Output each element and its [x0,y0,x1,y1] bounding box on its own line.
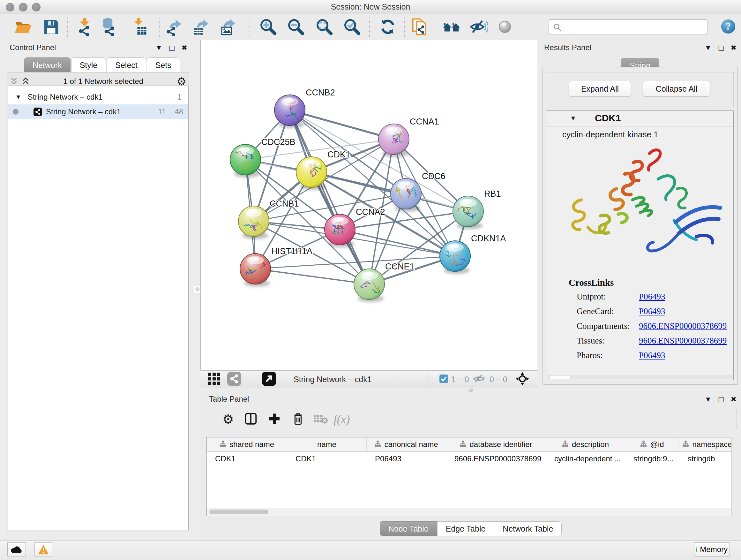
network-edge[interactable] [255,269,369,284]
left-splitter-handle[interactable] [194,285,201,293]
network-node-CCNB1[interactable]: CCNB1 [239,199,299,239]
expand-all-button[interactable]: Expand All [569,81,631,97]
panel-close-icon[interactable]: ✖ [182,44,187,51]
table-options-gear-icon[interactable]: ⚙ [222,412,234,427]
panel-close-icon[interactable]: ✖ [731,44,737,51]
network-node-CCNB2[interactable]: CCNB2 [274,88,335,128]
memory-button[interactable]: Memory [694,543,730,557]
table-cell[interactable]: cyclin-dependent ... [546,454,625,463]
card-horizontal-scrollbar[interactable] [548,375,733,379]
warning-status-icon[interactable] [35,543,52,557]
zoom-in-icon[interactable] [259,17,277,36]
column-header-namespace[interactable]: namespace [679,437,731,451]
tab-node-table[interactable]: Node Table [380,521,437,536]
panel-menu-icon[interactable]: ▼ [704,44,712,51]
crosslink-link[interactable]: 9606.ENSP00000378699 [639,336,727,346]
export-network-icon[interactable] [165,17,184,36]
table-row[interactable]: CDK1CDK1P064939606.ENSP00000378699cyclin… [207,452,731,466]
network-node-RB1[interactable]: RB1 [453,189,501,229]
add-column-icon[interactable] [268,413,281,426]
cloud-status-icon[interactable] [7,543,26,557]
network-collection-row[interactable]: ▼ String Network – cdk1 1 [8,90,188,105]
tab-style[interactable]: Style [71,57,106,72]
network-view-share-icon[interactable] [227,372,241,387]
crosslink-link[interactable]: 9606.ENSP00000378699 [639,321,727,331]
crosslink-link[interactable]: P06493 [639,292,665,302]
collapse-entry-icon[interactable]: ▼ [570,115,576,122]
table-cell[interactable]: stringdb [679,454,731,463]
network-node-CCNA1[interactable]: CCNA1 [379,117,439,157]
zoom-selected-icon[interactable] [343,17,361,36]
import-network-file-icon[interactable] [76,17,94,36]
table-cell[interactable]: CDK1 [287,454,367,463]
table-cell[interactable]: 9606.ENSP00000378699 [446,454,546,463]
search-input[interactable] [564,22,704,32]
function-builder-icon[interactable]: f(x) [333,413,350,426]
tab-network[interactable]: Network [24,57,71,72]
panel-float-icon[interactable]: □ [719,395,724,403]
network-options-gear-icon[interactable]: ⚙ [177,76,186,87]
memory-ok-icon [696,547,697,552]
crosslink-link[interactable]: P06493 [639,307,665,316]
crosshair-navigate-icon[interactable] [515,372,530,387]
import-table-icon[interactable] [130,17,148,36]
delete-table-icon[interactable] [313,413,328,426]
network-node-CDKN1A[interactable]: CDKN1A [440,234,506,274]
tab-edge-table[interactable]: Edge Table [437,521,494,536]
show-columns-icon[interactable] [244,412,258,427]
glass-ball-icon[interactable] [495,17,514,36]
network-node-label: CDK1 [327,150,350,159]
export-table-icon[interactable] [192,17,211,36]
network-label: String Network – cdk1 [46,107,121,116]
network-node-CCNE1[interactable]: CCNE1 [354,262,414,302]
network-edge[interactable] [290,110,394,139]
save-session-icon[interactable] [42,17,60,36]
delete-column-icon[interactable] [292,412,305,427]
export-image-icon[interactable] [219,17,238,36]
panel-float-icon[interactable]: □ [719,44,724,52]
table-cell[interactable]: stringdb:9... [625,454,679,463]
open-session-icon[interactable] [14,17,32,36]
network-node-HIST1H1A[interactable]: HIST1H1A [240,246,313,287]
network-row[interactable]: String Network – cdk1 11 48 [8,105,188,119]
grid-view-icon[interactable] [207,372,221,387]
birdseye-view-icon[interactable] [262,372,276,387]
zoom-out-icon[interactable] [286,17,305,36]
collapse-all-button[interactable]: Collapse All [643,81,711,97]
panel-menu-icon[interactable]: ▼ [704,396,712,403]
crosslink-link[interactable]: P06493 [639,351,665,361]
expand-all-networks-icon[interactable] [21,77,30,86]
homes-icon[interactable] [442,17,461,36]
column-header-shared-name[interactable]: shared name [207,437,287,451]
tab-sets[interactable]: Sets [147,57,180,72]
column-header-database-identifier[interactable]: database identifier [446,437,546,451]
hidden-items-eye-icon[interactable] [472,373,485,386]
panel-float-icon[interactable]: □ [170,44,175,52]
title-bar: Session: New Session [0,0,741,14]
network-canvas[interactable]: CCNB2CCNA1CDC25BCDK1CDC6RB1CCNB1CCNA2CDK… [200,40,538,370]
panel-menu-icon[interactable]: ▼ [155,44,162,51]
network-node-CDC6[interactable]: CDC6 [391,172,446,212]
tab-network-table[interactable]: Network Table [494,521,562,536]
application-window: Session: New Session [0,0,741,560]
tab-select[interactable]: Select [107,57,146,72]
table-horizontal-scrollbar[interactable] [207,508,731,516]
import-network-database-icon[interactable] [99,17,118,36]
collection-expand-icon[interactable]: ▼ [15,94,21,101]
network-from-clipboard-icon[interactable] [410,17,429,36]
network-edge[interactable] [290,110,369,284]
zoom-fit-icon[interactable] [315,17,333,36]
table-cell[interactable]: CDK1 [207,454,287,463]
column-header-name[interactable]: name [287,437,367,451]
hide-glass-effect-icon[interactable] [469,17,488,36]
column-header--id[interactable]: @id [625,437,679,451]
panel-close-icon[interactable]: ✖ [731,396,737,403]
help-icon[interactable]: ? [721,19,736,34]
table-cell[interactable]: P06493 [367,454,446,463]
preferred-layout-icon[interactable] [379,17,397,36]
collapse-all-networks-icon[interactable] [10,77,18,86]
column-header-description[interactable]: description [546,437,625,451]
gene-card-header[interactable]: ▼ CDK1 [547,111,733,126]
selected-items-checkbox-icon[interactable] [440,374,448,384]
column-header-canonical-name[interactable]: canonical name [367,437,446,451]
